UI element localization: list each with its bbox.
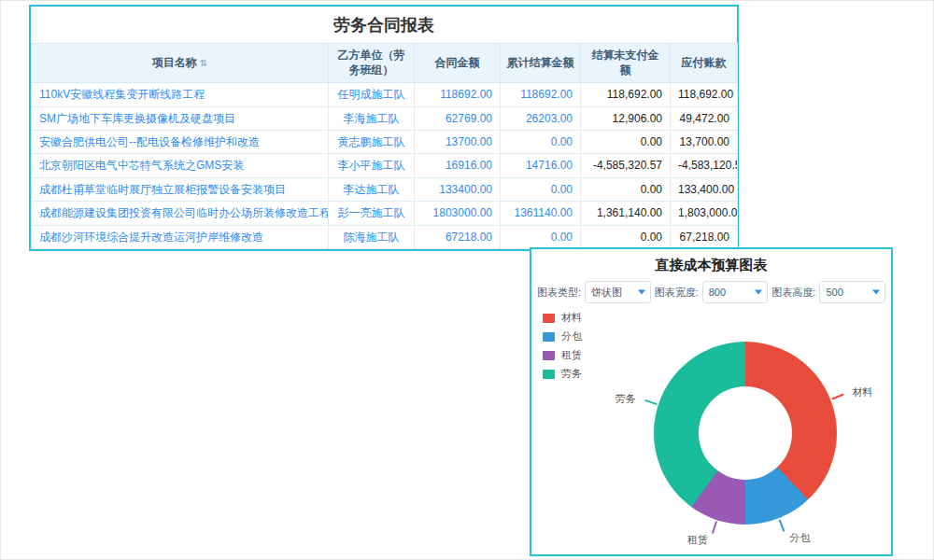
cell-payable: 67,218.00 (671, 225, 738, 248)
table-row: 安徽合肥供电公司--配电设备检修维护和改造黄志鹏施工队13700.000.000… (32, 130, 738, 153)
chart-height-value: 500 (826, 287, 842, 298)
cell-settled: 26203.00 (501, 106, 581, 130)
cell-settled: 1361140.00 (501, 202, 581, 225)
report-table-body: 110kV安徽线程集变开断线路工程任明成施工队118692.00118692.0… (32, 83, 738, 249)
direct-cost-chart-panel: 直接成本预算图表 图表类型: 饼状图 图表宽度: 800 图表高度: 500 材… (530, 247, 893, 556)
chart-type-select[interactable]: 饼状图 (585, 281, 651, 303)
cell-unpaid: 0.00 (581, 225, 671, 248)
cell-unpaid: 118,692.00 (581, 83, 671, 106)
chart-title: 直接成本预算图表 (531, 249, 891, 279)
chart-type-label: 图表类型: (537, 286, 581, 300)
cell-project[interactable]: SM广场地下车库更换摄像机及硬盘项目 (32, 106, 329, 130)
table-row: SM广场地下车库更换摄像机及硬盘项目李海施工队62769.0026203.001… (32, 106, 738, 130)
donut-hole (699, 386, 792, 480)
legend-label: 分包 (561, 329, 582, 343)
cell-team: 彭一亮施工队 (329, 202, 415, 225)
cell-project[interactable]: 安徽合肥供电公司--配电设备检修维护和改造 (32, 130, 329, 153)
cell-team: 李海施工队 (329, 106, 415, 130)
sort-icon[interactable]: ⇅ (200, 58, 207, 68)
cell-unpaid: 0.00 (581, 130, 671, 153)
slice-leader-line (644, 399, 658, 405)
chart-width-value: 800 (709, 287, 726, 298)
cell-settled: 0.00 (501, 177, 581, 201)
cell-payable: -4,583,120.57 (671, 154, 738, 177)
cell-project[interactable]: 成都杜甫草堂临时展厅独立展柜报警设备安装项目 (32, 177, 329, 201)
cell-contract: 13700.00 (415, 130, 501, 153)
column-header-project[interactable]: 项目名称⇅ (32, 44, 329, 83)
slice-leader-line (831, 393, 844, 399)
legend-item[interactable]: 分包 (543, 329, 582, 343)
cell-payable: 13,700.00 (671, 130, 738, 153)
cell-project[interactable]: 成都能源建设集团投资有限公司临时办公场所装修改造工程EPC (32, 202, 329, 225)
legend-swatch (543, 351, 555, 360)
column-header-payable: 应付账款 (671, 44, 738, 83)
chart-type-value: 饼状图 (591, 286, 622, 300)
slice-leader-line (779, 519, 785, 532)
column-header-settled-amount: 累计结算金额 (501, 44, 581, 83)
legend-item[interactable]: 材料 (543, 311, 582, 325)
cell-contract: 62769.00 (415, 106, 501, 130)
report-table-header: 项目名称⇅ 乙方单位（劳务班组） 合同金额 累计结算金额 结算未支付金额 应付账… (32, 44, 738, 83)
cell-unpaid: -4,585,320.57 (581, 154, 671, 177)
cell-unpaid: 1,361,140.00 (581, 202, 671, 225)
chevron-down-icon (638, 290, 645, 295)
chart-width-label: 图表宽度: (655, 286, 699, 300)
cell-settled: 118692.00 (501, 83, 581, 106)
cell-unpaid: 12,906.00 (581, 106, 671, 130)
labor-contract-report-panel: 劳务合同报表 项目名称⇅ 乙方单位（劳务班组） 合同金额 累计结算金额 结算未支… (29, 5, 739, 251)
chart-controls: 图表类型: 饼状图 图表宽度: 800 图表高度: 500 (531, 279, 891, 303)
cell-contract: 16916.00 (415, 154, 501, 177)
cell-payable: 118,692.00 (671, 83, 738, 106)
table-row: 成都杜甫草堂临时展厅独立展柜报警设备安装项目李达施工队133400.000.00… (32, 177, 738, 201)
legend-label: 劳务 (561, 367, 582, 381)
cell-contract: 1803000.00 (415, 202, 501, 225)
legend-label: 材料 (561, 311, 582, 325)
slice-leader-line (712, 521, 717, 534)
chart-legend: 材料分包租赁劳务 (543, 311, 582, 381)
cell-payable: 49,472.00 (671, 106, 738, 130)
cell-project[interactable]: 北京朝阳区电气中芯特气系统之GMS安装 (32, 154, 329, 177)
cell-team: 李小平施工队 (329, 154, 415, 177)
table-row: 成都沙河环境综合提升改造运河护岸维修改造陈海施工队67218.000.000.0… (32, 225, 738, 248)
slice-label: 租赁 (687, 533, 708, 547)
cell-project[interactable]: 110kV安徽线程集变开断线路工程 (32, 83, 329, 106)
cell-contract: 67218.00 (415, 225, 501, 248)
column-header-label: 项目名称 (152, 56, 197, 69)
table-row: 110kV安徽线程集变开断线路工程任明成施工队118692.00118692.0… (32, 83, 738, 106)
legend-item[interactable]: 租赁 (543, 348, 582, 362)
column-header-contract-amount: 合同金额 (415, 44, 501, 83)
cell-settled: 14716.00 (501, 154, 581, 177)
column-header-team: 乙方单位（劳务班组） (329, 44, 415, 83)
cell-unpaid: 0.00 (581, 177, 671, 201)
cell-settled: 0.00 (501, 130, 581, 153)
legend-label: 租赁 (561, 348, 582, 362)
legend-swatch (543, 314, 555, 323)
cell-team: 任明成施工队 (329, 83, 415, 106)
report-title: 劳务合同报表 (31, 7, 737, 43)
cell-team: 黄志鹏施工队 (329, 130, 415, 153)
cell-payable: 1,803,000.00 (671, 202, 738, 225)
chart-height-label: 图表高度: (771, 286, 815, 300)
cell-settled: 0.00 (501, 225, 581, 248)
chevron-down-icon (755, 290, 762, 295)
slice-label: 材料 (853, 385, 873, 399)
column-header-unpaid-amount: 结算未支付金额 (581, 44, 671, 83)
table-row: 北京朝阳区电气中芯特气系统之GMS安装李小平施工队16916.0014716.0… (32, 154, 738, 177)
cell-contract: 133400.00 (415, 177, 501, 201)
pie-chart-area: 材料分包租赁劳务 材料分包租赁劳务 (531, 307, 891, 557)
legend-item[interactable]: 劳务 (543, 367, 582, 381)
legend-swatch (543, 332, 555, 342)
cell-payable: 133,400.00 (671, 177, 738, 201)
chevron-down-icon (872, 290, 880, 295)
legend-swatch (543, 370, 555, 379)
slice-label: 劳务 (616, 391, 636, 405)
slice-label: 分包 (789, 530, 810, 544)
table-row: 成都能源建设集团投资有限公司临时办公场所装修改造工程EPC彭一亮施工队18030… (32, 202, 738, 225)
cell-team: 李达施工队 (329, 177, 415, 201)
cell-project[interactable]: 成都沙河环境综合提升改造运河护岸维修改造 (32, 225, 329, 248)
cell-contract: 118692.00 (415, 83, 501, 106)
chart-width-select[interactable]: 800 (702, 281, 769, 303)
cell-team: 陈海施工队 (329, 225, 415, 248)
chart-height-select[interactable]: 500 (819, 281, 885, 303)
report-table: 项目名称⇅ 乙方单位（劳务班组） 合同金额 累计结算金额 结算未支付金额 应付账… (31, 43, 738, 249)
